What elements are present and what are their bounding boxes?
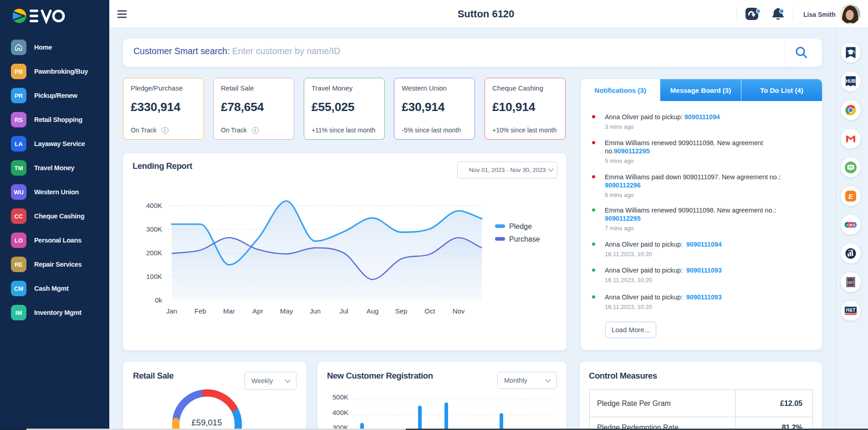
svg-text:May: May bbox=[280, 307, 293, 315]
svg-text:Nov: Nov bbox=[453, 307, 465, 315]
svg-text:E: E bbox=[848, 192, 853, 200]
svg-text:Oct: Oct bbox=[424, 307, 435, 315]
svg-text:Jan: Jan bbox=[166, 307, 177, 315]
svg-text:300K: 300K bbox=[146, 225, 162, 233]
svg-text:Jun: Jun bbox=[310, 307, 321, 315]
svg-text:Sep: Sep bbox=[395, 307, 408, 315]
svg-text:1897: 1897 bbox=[847, 281, 854, 285]
svg-text:S: S bbox=[853, 223, 855, 227]
svg-text:Apr: Apr bbox=[252, 307, 263, 315]
svg-text:Aug: Aug bbox=[367, 307, 379, 315]
svg-text:Pledge: Pledge bbox=[509, 223, 532, 230]
svg-text:PAWNBROKERS: PAWNBROKERS bbox=[844, 313, 858, 315]
svg-text:M: M bbox=[849, 223, 852, 227]
svg-text:Feb: Feb bbox=[194, 307, 206, 315]
svg-text:HUB: HUB bbox=[846, 79, 856, 84]
svg-text:H&T: H&T bbox=[846, 308, 856, 313]
svg-text:C: C bbox=[846, 223, 848, 227]
svg-text:Purchase: Purchase bbox=[509, 235, 540, 243]
svg-text:500K: 500K bbox=[332, 394, 348, 401]
svg-text:Jul: Jul bbox=[339, 307, 348, 315]
svg-text:200K: 200K bbox=[146, 249, 162, 257]
svg-text:0k: 0k bbox=[155, 296, 162, 304]
svg-text:Mar: Mar bbox=[223, 307, 235, 315]
svg-text:400K: 400K bbox=[332, 409, 348, 416]
svg-text:100K: 100K bbox=[146, 273, 162, 280]
svg-text:400K: 400K bbox=[146, 202, 162, 209]
